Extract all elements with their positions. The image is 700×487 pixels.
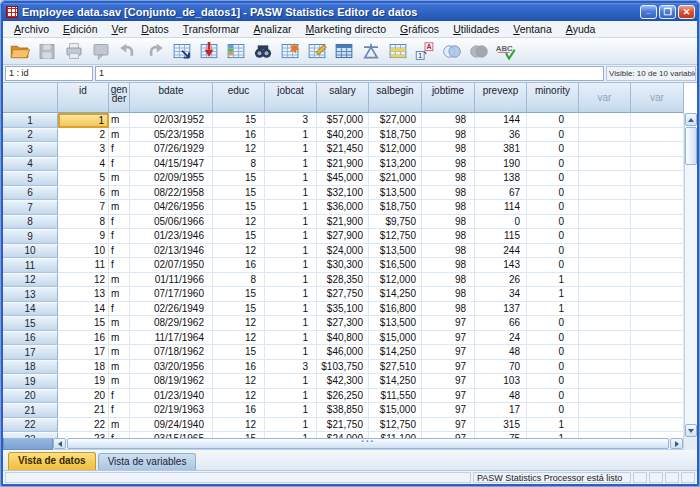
row-header[interactable]: 18 — [3, 360, 58, 375]
grid-cell[interactable]: $21,900 — [317, 215, 369, 230]
row-header[interactable]: 8 — [3, 215, 58, 230]
goto-variable-icon[interactable] — [196, 39, 222, 64]
grid-cell[interactable]: 15 — [213, 171, 265, 186]
spell-check-icon[interactable]: ABC — [493, 39, 519, 64]
find-icon[interactable] — [250, 39, 276, 64]
grid-cell[interactable] — [631, 316, 684, 331]
grid-cell[interactable]: $21,000 — [369, 171, 422, 186]
grid-cell[interactable] — [631, 418, 684, 433]
grid-cell[interactable]: 0 — [475, 215, 527, 230]
grid-cell[interactable]: m — [109, 360, 130, 375]
grid-cell[interactable]: m — [109, 418, 130, 433]
grid-cell[interactable]: 24 — [475, 331, 527, 346]
grid-cell[interactable]: 0 — [527, 316, 579, 331]
grid-cell[interactable] — [579, 186, 631, 201]
grid-cell[interactable]: 97 — [422, 374, 475, 389]
grid-cell[interactable]: $14,250 — [369, 287, 422, 302]
grid-cell[interactable]: m — [109, 171, 130, 186]
grid-cell[interactable]: $57,000 — [317, 113, 369, 128]
grid-cell[interactable]: 6 — [58, 186, 109, 201]
grid-cell[interactable]: $12,750 — [369, 229, 422, 244]
grid-cell[interactable] — [579, 418, 631, 433]
grid-cell[interactable]: $14,250 — [369, 345, 422, 360]
grid-cell[interactable]: $36,000 — [317, 200, 369, 215]
grid-cell[interactable]: 1 — [527, 418, 579, 433]
grid-cell[interactable] — [579, 374, 631, 389]
grid-cell[interactable] — [579, 389, 631, 404]
grid-cell[interactable]: 07/17/1960 — [130, 287, 213, 302]
column-header-jobcat[interactable]: jobcat — [265, 83, 317, 113]
grid-cell[interactable]: $15,000 — [369, 403, 422, 418]
grid-cell[interactable]: 15 — [213, 302, 265, 317]
grid-cell[interactable]: 190 — [475, 157, 527, 172]
grid-cell[interactable]: 0 — [527, 157, 579, 172]
save-icon[interactable] — [34, 39, 60, 64]
grid-cell[interactable]: $38,850 — [317, 403, 369, 418]
grid-cell[interactable]: 98 — [422, 258, 475, 273]
insert-variable-icon[interactable] — [304, 39, 330, 64]
cell-editor[interactable]: 1 — [95, 66, 604, 81]
grid-cell[interactable]: $13,500 — [369, 316, 422, 331]
grid-cell[interactable] — [579, 215, 631, 230]
scroll-right-button[interactable] — [670, 438, 683, 449]
grid-cell[interactable] — [579, 113, 631, 128]
grid-cell[interactable] — [579, 244, 631, 259]
grid-cell[interactable]: 315 — [475, 418, 527, 433]
grid-cell[interactable]: 04/26/1956 — [130, 200, 213, 215]
grid-cell[interactable]: 1 — [265, 142, 317, 157]
grid-cell[interactable]: 0 — [527, 403, 579, 418]
grid-cell[interactable] — [579, 200, 631, 215]
grid-cell[interactable]: 02/07/1950 — [130, 258, 213, 273]
grid-cell[interactable] — [579, 302, 631, 317]
grid-cell[interactable]: $27,900 — [317, 229, 369, 244]
grid-cell[interactable] — [631, 171, 684, 186]
grid-cell[interactable]: 97 — [422, 331, 475, 346]
grid-cell[interactable]: 01/23/1940 — [130, 389, 213, 404]
grid-cell[interactable]: $27,750 — [317, 287, 369, 302]
grid-cell[interactable]: 20 — [58, 389, 109, 404]
row-header[interactable]: 7 — [3, 200, 58, 215]
row-header[interactable]: 22 — [3, 418, 58, 433]
grid-cell[interactable]: 05/23/1958 — [130, 128, 213, 143]
grid-cell[interactable]: 12 — [213, 244, 265, 259]
grid-cell[interactable]: 15 — [213, 287, 265, 302]
grid-cell[interactable]: 11 — [58, 258, 109, 273]
grid-cell[interactable]: 98 — [422, 171, 475, 186]
tab-vista-de-variables[interactable]: Vista de variables — [98, 453, 197, 470]
grid-cell[interactable]: 381 — [475, 142, 527, 157]
grid-cell[interactable]: 114 — [475, 200, 527, 215]
grid-cell[interactable]: 12 — [213, 418, 265, 433]
grid-cell[interactable]: 97 — [422, 316, 475, 331]
grid-cell[interactable] — [579, 345, 631, 360]
row-header[interactable]: 11 — [3, 258, 58, 273]
grid-cell[interactable]: 2 — [58, 128, 109, 143]
grid-cell[interactable]: 103 — [475, 374, 527, 389]
grid-cell[interactable] — [631, 331, 684, 346]
grid-cell[interactable] — [579, 287, 631, 302]
grid-cell[interactable]: 21 — [58, 403, 109, 418]
grid-cell[interactable]: $32,100 — [317, 186, 369, 201]
grid-cell[interactable]: 0 — [527, 389, 579, 404]
column-header-bdate[interactable]: bdate — [130, 83, 213, 113]
grid-cell[interactable]: 98 — [422, 215, 475, 230]
grid-cell[interactable]: 1 — [265, 128, 317, 143]
grid-cell[interactable]: 34 — [475, 287, 527, 302]
grid-cell[interactable] — [631, 374, 684, 389]
grid-cell[interactable] — [631, 128, 684, 143]
grid-cell[interactable] — [579, 403, 631, 418]
grid-cell[interactable]: 1 — [265, 287, 317, 302]
grid-cell[interactable]: 98 — [422, 200, 475, 215]
grid-cell[interactable]: 02/13/1946 — [130, 244, 213, 259]
grid-cell[interactable]: 16 — [213, 128, 265, 143]
grid-cell[interactable]: 4 — [58, 157, 109, 172]
vertical-scrollbar[interactable] — [684, 113, 697, 437]
menu-archivo[interactable]: Archivo — [7, 22, 56, 36]
grid-cell[interactable]: 1 — [265, 171, 317, 186]
grid-cell[interactable]: m — [109, 374, 130, 389]
grid-cell[interactable] — [631, 142, 684, 157]
row-header[interactable]: 15 — [3, 316, 58, 331]
grid-cell[interactable]: 9 — [58, 229, 109, 244]
grid-cell[interactable]: $40,200 — [317, 128, 369, 143]
grid-cell[interactable]: 13 — [58, 287, 109, 302]
recall-dialogs-icon[interactable] — [88, 39, 114, 64]
